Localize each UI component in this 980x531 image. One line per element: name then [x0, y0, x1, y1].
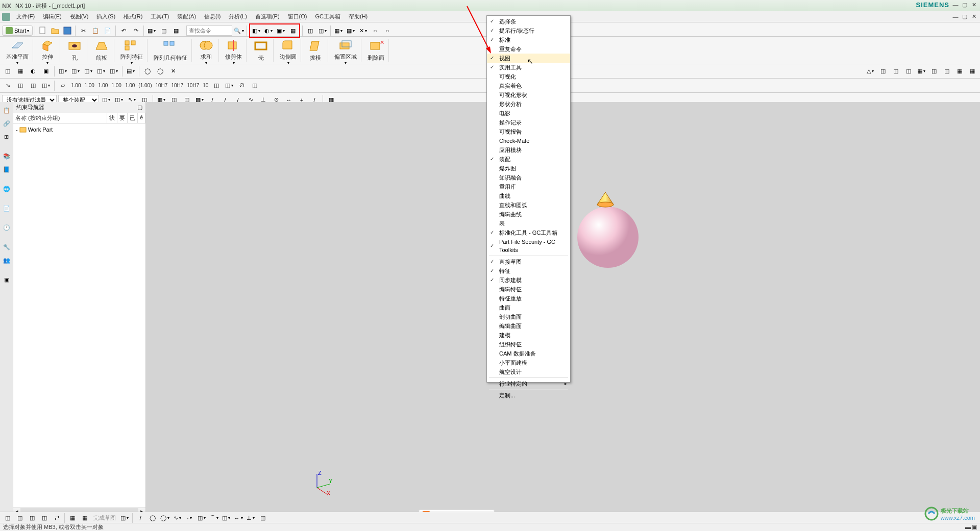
col-name[interactable]: 名称 (按约束分组): [13, 113, 107, 123]
bt-btn-3[interactable]: ◫: [27, 513, 38, 524]
t2-btn-1[interactable]: ◫: [2, 66, 13, 77]
t2-btn-2[interactable]: ▦: [15, 66, 26, 77]
tab-hd3d[interactable]: 📘: [1, 164, 12, 175]
doc-minimize[interactable]: —: [951, 13, 960, 20]
menu-window[interactable]: 窗口(O): [284, 12, 311, 21]
ribbon-datum-plane[interactable]: 基准平面▾: [2, 39, 33, 62]
tool-btn-3[interactable]: ▦: [170, 25, 182, 36]
tool-btn-1[interactable]: ▦▾: [146, 25, 157, 36]
t2-btn-6[interactable]: ◫▾: [70, 66, 81, 77]
tool-btn-9[interactable]: ↔: [370, 25, 381, 36]
ctx-item-20[interactable]: 直线和圆弧: [487, 200, 570, 210]
ribbon-pattern-feature[interactable]: 阵列特征▾: [116, 39, 148, 62]
t3-btn-6[interactable]: ◫: [211, 80, 222, 91]
menu-info[interactable]: 信息(I): [200, 12, 225, 21]
bt-btn-12[interactable]: ◫▾: [196, 513, 207, 524]
col-extra[interactable]: é: [138, 113, 145, 123]
tab-history[interactable]: 📄: [1, 203, 12, 214]
ribbon-trim[interactable]: 修剪体▾: [221, 39, 247, 62]
ctx-item-8[interactable]: 可视化形状: [487, 90, 570, 99]
ctx-item-28[interactable]: ✓同步建模: [487, 275, 570, 285]
menu-help[interactable]: 帮助(H): [345, 12, 372, 21]
t2-btn-11[interactable]: ◯: [142, 66, 153, 77]
t2-btn-7[interactable]: ◫▾: [83, 66, 94, 77]
ctx-item-40[interactable]: 行业特定的▸: [487, 379, 570, 388]
t2-btn-5[interactable]: ◫▾: [57, 66, 68, 77]
t2-btn-r8[interactable]: ▦: [954, 66, 965, 77]
tab-roles[interactable]: 👥: [1, 255, 12, 266]
bt-btn-13[interactable]: ⌒▾: [208, 513, 219, 524]
t3-btn-8[interactable]: ∅: [236, 80, 248, 91]
ctx-item-23[interactable]: ✓标准化工具 - GC工具箱: [487, 228, 570, 237]
ctx-item-1[interactable]: ✓提示行/状态行: [487, 26, 570, 35]
tool-btn-8[interactable]: ✕▾: [357, 25, 369, 36]
ctx-item-12[interactable]: 可视报告: [487, 127, 570, 136]
ctx-item-6[interactable]: 可视化: [487, 72, 570, 81]
tab-reuse-library[interactable]: 📚: [1, 150, 12, 162]
ctx-item-38[interactable]: 航空设计: [487, 367, 570, 376]
t2-btn-8[interactable]: ◫▾: [95, 66, 107, 77]
tool-btn-7[interactable]: ▦▾: [345, 25, 356, 36]
bt-sketch-2[interactable]: ▦: [79, 513, 90, 524]
t2-btn-4[interactable]: ▣: [40, 66, 52, 77]
ctx-item-36[interactable]: CAM 数据准备: [487, 349, 570, 358]
col-required[interactable]: 要: [117, 113, 128, 123]
ribbon-offset-region[interactable]: 偏置区域▾: [330, 39, 361, 62]
ctx-item-32[interactable]: 剖切曲面: [487, 312, 570, 321]
ribbon-shell[interactable]: 壳: [249, 39, 274, 62]
nav-pin[interactable]: ▢: [137, 104, 142, 111]
tool-btn-10[interactable]: ↔: [382, 25, 393, 36]
tab-layer[interactable]: ▣: [1, 274, 12, 285]
ctx-item-11[interactable]: 操作记录: [487, 118, 570, 127]
t2-btn-r2[interactable]: ◫: [877, 66, 889, 77]
search-go[interactable]: 🔍▾: [233, 25, 244, 36]
bt-btn-8[interactable]: ◯: [147, 513, 158, 524]
menu-file[interactable]: 文件(F): [12, 12, 39, 21]
ribbon-extrude[interactable]: 拉伸▾: [35, 39, 60, 62]
bt-btn-1[interactable]: ◫: [2, 513, 13, 524]
ctx-item-19[interactable]: 曲线: [487, 191, 570, 200]
tool-btn-4[interactable]: ◫: [305, 25, 316, 36]
t3-btn-3[interactable]: ◫: [28, 80, 39, 91]
tool-btn-5[interactable]: ◫▾: [317, 25, 328, 36]
open-button[interactable]: [50, 25, 61, 36]
t2-btn-r9[interactable]: ▦: [967, 66, 978, 77]
menu-gctoolbox[interactable]: GC工具箱: [311, 12, 345, 21]
ctx-item-14[interactable]: 应用模块: [487, 145, 570, 155]
t2-btn-r7[interactable]: ◫: [941, 66, 952, 77]
bt-btn-9[interactable]: ◯▾: [159, 513, 170, 524]
paste-button[interactable]: 📄: [102, 25, 113, 36]
tab-constraint-navigator[interactable]: ⊞: [1, 131, 12, 142]
ribbon-unite[interactable]: 求和▾: [194, 39, 219, 62]
tab-search[interactable]: 🕐: [1, 222, 12, 233]
bt-btn-11[interactable]: ·▾: [184, 513, 195, 524]
col-status[interactable]: 状: [107, 113, 117, 123]
ctx-item-42[interactable]: 定制...: [487, 391, 570, 400]
bt-btn-5[interactable]: ⇄: [51, 513, 62, 524]
ctx-item-33[interactable]: 编辑曲面: [487, 321, 570, 331]
ctx-item-2[interactable]: ✓标准: [487, 35, 570, 44]
bt-btn-4[interactable]: ◫: [39, 513, 50, 524]
t3-btn-7[interactable]: ◫▾: [224, 80, 235, 91]
copy-button[interactable]: 📋: [90, 25, 101, 36]
menu-view[interactable]: 视图(V): [66, 12, 93, 21]
ribbon-edge-blend[interactable]: 边倒圆▾: [276, 39, 301, 62]
ctx-item-30[interactable]: 特征重放: [487, 294, 570, 303]
t2-btn-3[interactable]: ◐: [28, 66, 39, 77]
ctx-item-35[interactable]: 组织特征: [487, 340, 570, 349]
minimize-button[interactable]: —: [951, 1, 960, 8]
ctx-item-18[interactable]: 重用库: [487, 182, 570, 191]
bt-btn-15[interactable]: ↔▾: [233, 513, 244, 524]
command-search[interactable]: [186, 26, 232, 36]
doc-close[interactable]: ✕: [970, 13, 978, 20]
ctx-item-37[interactable]: 小平面建模: [487, 358, 570, 367]
ctx-item-24[interactable]: ✓Part File Security - GC Toolkits: [487, 237, 570, 255]
view-shaded[interactable]: ◧▾: [251, 25, 262, 36]
t3-btn-2[interactable]: ◫: [15, 80, 26, 91]
t2-btn-r6[interactable]: ◫: [928, 66, 940, 77]
t2-btn-r1[interactable]: △▾: [865, 66, 876, 77]
bt-btn-17[interactable]: ◫: [257, 513, 268, 524]
ctx-item-26[interactable]: ✓直接草图: [487, 257, 570, 266]
menu-insert[interactable]: 插入(S): [92, 12, 119, 21]
ctx-item-17[interactable]: 知识融合: [487, 173, 570, 182]
